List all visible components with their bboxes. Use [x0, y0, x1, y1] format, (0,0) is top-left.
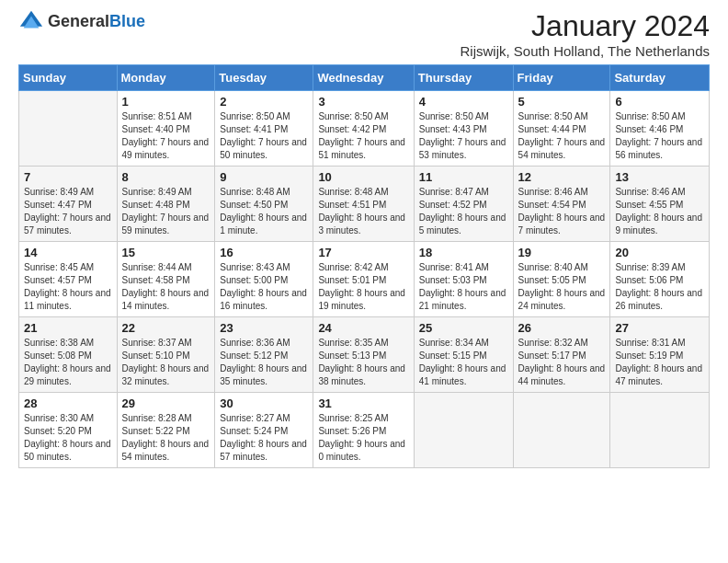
day-number: 29	[122, 396, 210, 410]
calendar-cell: 15Sunrise: 8:44 AMSunset: 4:58 PMDayligh…	[117, 242, 215, 317]
day-number: 4	[419, 95, 508, 109]
calendar-cell	[610, 393, 710, 468]
calendar-cell: 8Sunrise: 8:49 AMSunset: 4:48 PMDaylight…	[117, 167, 215, 242]
weekday-header-tuesday: Tuesday	[215, 65, 313, 91]
calendar-cell: 11Sunrise: 8:47 AMSunset: 4:52 PMDayligh…	[414, 167, 513, 242]
day-number: 3	[318, 95, 408, 109]
calendar-cell: 28Sunrise: 8:30 AMSunset: 5:20 PMDayligh…	[19, 393, 118, 468]
day-detail: Sunrise: 8:50 AMSunset: 4:43 PMDaylight:…	[419, 110, 508, 162]
logo: GeneralBlue	[18, 9, 145, 35]
day-detail: Sunrise: 8:50 AMSunset: 4:46 PMDaylight:…	[615, 110, 704, 162]
location-subtitle: Rijswijk, South Holland, The Netherlands	[460, 43, 710, 59]
day-detail: Sunrise: 8:37 AMSunset: 5:10 PMDaylight:…	[122, 337, 210, 388]
day-number: 5	[518, 95, 606, 109]
day-number: 17	[318, 246, 408, 259]
day-number: 21	[24, 321, 112, 335]
calendar-cell: 10Sunrise: 8:48 AMSunset: 4:51 PMDayligh…	[313, 167, 414, 242]
calendar-cell: 24Sunrise: 8:35 AMSunset: 5:13 PMDayligh…	[313, 317, 414, 393]
calendar-cell: 20Sunrise: 8:39 AMSunset: 5:06 PMDayligh…	[610, 242, 710, 317]
day-number: 12	[518, 170, 606, 184]
day-detail: Sunrise: 8:39 AMSunset: 5:06 PMDaylight:…	[615, 261, 704, 313]
calendar-cell: 21Sunrise: 8:38 AMSunset: 5:08 PMDayligh…	[19, 317, 118, 393]
day-number: 22	[122, 321, 210, 335]
calendar-cell: 25Sunrise: 8:34 AMSunset: 5:15 PMDayligh…	[414, 317, 513, 393]
calendar-cell: 31Sunrise: 8:25 AMSunset: 5:26 PMDayligh…	[313, 393, 414, 468]
day-detail: Sunrise: 8:50 AMSunset: 4:44 PMDaylight:…	[518, 110, 606, 162]
weekday-header-thursday: Thursday	[414, 65, 513, 91]
day-number: 2	[220, 95, 308, 109]
calendar-week-row: 21Sunrise: 8:38 AMSunset: 5:08 PMDayligh…	[19, 317, 710, 393]
day-number: 16	[220, 246, 308, 259]
day-detail: Sunrise: 8:44 AMSunset: 4:58 PMDaylight:…	[122, 261, 210, 313]
day-number: 25	[419, 321, 508, 335]
day-detail: Sunrise: 8:47 AMSunset: 4:52 PMDaylight:…	[419, 186, 508, 237]
calendar-cell: 1Sunrise: 8:51 AMSunset: 4:40 PMDaylight…	[117, 91, 215, 167]
day-detail: Sunrise: 8:30 AMSunset: 5:20 PMDaylight:…	[24, 412, 112, 464]
logo-general: General	[48, 12, 109, 32]
calendar-cell: 26Sunrise: 8:32 AMSunset: 5:17 PMDayligh…	[513, 317, 610, 393]
calendar-cell: 14Sunrise: 8:45 AMSunset: 4:57 PMDayligh…	[19, 242, 118, 317]
day-number: 28	[24, 396, 112, 410]
day-number: 8	[122, 170, 210, 184]
calendar-cell: 5Sunrise: 8:50 AMSunset: 4:44 PMDaylight…	[513, 91, 610, 167]
day-number: 26	[518, 321, 606, 335]
day-number: 7	[24, 170, 112, 184]
day-detail: Sunrise: 8:49 AMSunset: 4:48 PMDaylight:…	[122, 186, 210, 237]
month-title: January 2024	[460, 9, 710, 43]
calendar-cell	[19, 91, 118, 167]
weekday-header-row: SundayMondayTuesdayWednesdayThursdayFrid…	[19, 65, 710, 91]
calendar-week-row: 28Sunrise: 8:30 AMSunset: 5:20 PMDayligh…	[19, 393, 710, 468]
day-number: 10	[318, 170, 408, 184]
logo-text: GeneralBlue	[48, 12, 145, 32]
calendar-cell: 7Sunrise: 8:49 AMSunset: 4:47 PMDaylight…	[19, 167, 118, 242]
day-detail: Sunrise: 8:41 AMSunset: 5:03 PMDaylight:…	[419, 261, 508, 313]
calendar-cell: 17Sunrise: 8:42 AMSunset: 5:01 PMDayligh…	[313, 242, 414, 317]
day-number: 15	[122, 246, 210, 259]
logo-icon	[18, 9, 44, 35]
day-detail: Sunrise: 8:35 AMSunset: 5:13 PMDaylight:…	[318, 337, 408, 388]
day-detail: Sunrise: 8:50 AMSunset: 4:42 PMDaylight:…	[318, 110, 408, 162]
calendar-week-row: 7Sunrise: 8:49 AMSunset: 4:47 PMDaylight…	[19, 167, 710, 242]
day-number: 20	[615, 246, 704, 259]
day-detail: Sunrise: 8:48 AMSunset: 4:51 PMDaylight:…	[318, 186, 408, 237]
day-detail: Sunrise: 8:32 AMSunset: 5:17 PMDaylight:…	[518, 337, 606, 388]
day-detail: Sunrise: 8:43 AMSunset: 5:00 PMDaylight:…	[220, 261, 308, 313]
day-detail: Sunrise: 8:25 AMSunset: 5:26 PMDaylight:…	[318, 412, 408, 464]
calendar-cell: 9Sunrise: 8:48 AMSunset: 4:50 PMDaylight…	[215, 167, 313, 242]
calendar-cell: 23Sunrise: 8:36 AMSunset: 5:12 PMDayligh…	[215, 317, 313, 393]
calendar-week-row: 1Sunrise: 8:51 AMSunset: 4:40 PMDaylight…	[19, 91, 710, 167]
calendar-table: SundayMondayTuesdayWednesdayThursdayFrid…	[18, 64, 710, 468]
weekday-header-friday: Friday	[513, 65, 610, 91]
day-number: 1	[122, 95, 210, 109]
calendar-cell: 12Sunrise: 8:46 AMSunset: 4:54 PMDayligh…	[513, 167, 610, 242]
logo-blue: Blue	[109, 12, 145, 32]
day-detail: Sunrise: 8:27 AMSunset: 5:24 PMDaylight:…	[220, 412, 308, 464]
day-detail: Sunrise: 8:51 AMSunset: 4:40 PMDaylight:…	[122, 110, 210, 162]
calendar-week-row: 14Sunrise: 8:45 AMSunset: 4:57 PMDayligh…	[19, 242, 710, 317]
day-number: 14	[24, 246, 112, 259]
calendar-cell: 18Sunrise: 8:41 AMSunset: 5:03 PMDayligh…	[414, 242, 513, 317]
day-number: 13	[615, 170, 704, 184]
day-number: 18	[419, 246, 508, 259]
day-number: 24	[318, 321, 408, 335]
weekday-header-wednesday: Wednesday	[313, 65, 414, 91]
weekday-header-sunday: Sunday	[19, 65, 118, 91]
day-detail: Sunrise: 8:38 AMSunset: 5:08 PMDaylight:…	[24, 337, 112, 388]
calendar-cell: 30Sunrise: 8:27 AMSunset: 5:24 PMDayligh…	[215, 393, 313, 468]
calendar-cell: 19Sunrise: 8:40 AMSunset: 5:05 PMDayligh…	[513, 242, 610, 317]
day-number: 11	[419, 170, 508, 184]
calendar-cell: 29Sunrise: 8:28 AMSunset: 5:22 PMDayligh…	[117, 393, 215, 468]
day-detail: Sunrise: 8:42 AMSunset: 5:01 PMDaylight:…	[318, 261, 408, 313]
calendar-cell: 2Sunrise: 8:50 AMSunset: 4:41 PMDaylight…	[215, 91, 313, 167]
day-detail: Sunrise: 8:46 AMSunset: 4:54 PMDaylight:…	[518, 186, 606, 237]
calendar-cell: 27Sunrise: 8:31 AMSunset: 5:19 PMDayligh…	[610, 317, 710, 393]
title-block: January 2024 Rijswijk, South Holland, Th…	[460, 9, 710, 59]
calendar-cell: 13Sunrise: 8:46 AMSunset: 4:55 PMDayligh…	[610, 167, 710, 242]
calendar-cell: 16Sunrise: 8:43 AMSunset: 5:00 PMDayligh…	[215, 242, 313, 317]
day-detail: Sunrise: 8:45 AMSunset: 4:57 PMDaylight:…	[24, 261, 112, 313]
calendar-cell: 22Sunrise: 8:37 AMSunset: 5:10 PMDayligh…	[117, 317, 215, 393]
day-number: 27	[615, 321, 704, 335]
day-number: 9	[220, 170, 308, 184]
day-detail: Sunrise: 8:48 AMSunset: 4:50 PMDaylight:…	[220, 186, 308, 237]
page-header: GeneralBlue January 2024 Rijswijk, South…	[18, 9, 710, 59]
